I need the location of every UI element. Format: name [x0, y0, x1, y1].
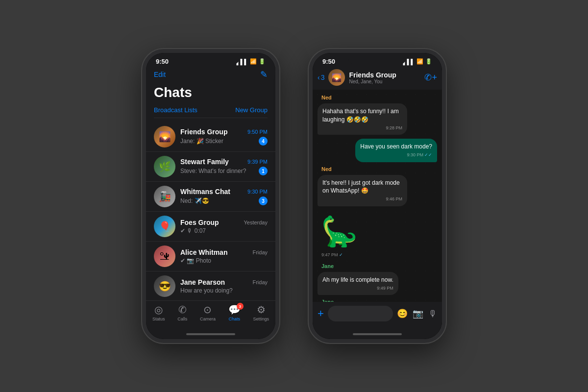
status-bar-right: 9:50 ▌▌▌ 📶 🔋: [313, 53, 442, 67]
chat-name-row-alice: Alice Whitman Friday: [180, 248, 268, 256]
chat-name-row-friends: Friends Group 9:50 PM: [180, 128, 268, 136]
group-members: Ned, Jane, You: [349, 79, 420, 84]
chat-name-row-foes: Foes Group Yesterday: [180, 219, 268, 226]
status-bar-left: 9:50 ▌▌▌ 📶 🔋: [146, 53, 275, 67]
back-chevron-icon: ‹: [318, 74, 320, 81]
chat-preview-row-jane: How are you doing?: [180, 287, 268, 294]
camera-button[interactable]: 📷: [413, 308, 423, 319]
chat-name-stewart: Stewart Family: [180, 158, 229, 166]
back-button[interactable]: ‹ 3: [318, 74, 324, 81]
chat-item-stewart-family[interactable]: 🌿 Stewart Family 9:39 PM Steve: What's f…: [146, 152, 275, 182]
time-text-sent-1: 9:30 PM: [407, 152, 423, 158]
chat-info-stewart: Stewart Family 9:39 PM Steve: What's for…: [180, 158, 268, 175]
sticker-time-dino: 9:47 PM ✓: [319, 252, 359, 257]
left-phone: 9:50 ▌▌▌ 📶 🔋 Edit ✎ Chats Broadcast List…: [142, 49, 279, 343]
home-indicator-right: [313, 329, 442, 339]
group-name: Friends Group: [349, 71, 420, 79]
chat-preview-foes: ✔ 🎙 0:07: [180, 227, 268, 234]
chat-item-friends-group[interactable]: 🌄 Friends Group 9:50 PM Jane: 🎉 Sticker …: [146, 122, 275, 152]
chat-preview-row-foes: ✔ 🎙 0:07: [180, 227, 268, 234]
sticker-dino: 🦕: [319, 212, 359, 251]
bubble-ned-2: It's here!! I just got dark mode on What…: [318, 175, 407, 206]
chats-screen: 9:50 ▌▌▌ 📶 🔋 Edit ✎ Chats Broadcast List…: [146, 53, 275, 339]
chat-preview-jane: How are you doing?: [180, 287, 268, 294]
chat-preview-whitmans: Ned: ✈️😎: [180, 197, 256, 204]
compose-button[interactable]: ✎: [260, 69, 268, 80]
avatar-foes-group: 🎈: [154, 216, 175, 237]
chat-time-foes: Yesterday: [244, 220, 268, 225]
sender-ned-label-2: Ned: [318, 166, 437, 172]
tab-camera[interactable]: ⊙ Camera: [200, 304, 216, 321]
chat-item-jane-pearson[interactable]: 😎 Jane Pearson Friday How are you doing?: [146, 271, 275, 300]
message-input-field[interactable]: [328, 306, 393, 321]
bubble-time-jane-1: 9:49 PM: [322, 285, 393, 292]
chat-name-row-whitmans: Whitmans Chat 9:30 PM: [180, 188, 268, 196]
sender-jane-label-1: Jane: [318, 263, 437, 269]
tab-calls-label: Calls: [177, 317, 187, 321]
home-indicator-left: [146, 329, 275, 339]
chat-list: 🌄 Friends Group 9:50 PM Jane: 🎉 Sticker …: [146, 122, 275, 300]
tab-chats-label: Chats: [229, 317, 241, 321]
settings-icon: ⚙: [257, 304, 266, 316]
tab-chats[interactable]: 💬 3 Chats: [228, 304, 241, 321]
chat-info-whitmans: Whitmans Chat 9:30 PM Ned: ✈️😎 3: [180, 188, 268, 205]
chat-preview-row-friends: Jane: 🎉 Sticker 4: [180, 137, 268, 146]
chat-preview-row-alice: ✔ 📷 Photo: [180, 257, 268, 264]
chat-name-alice: Alice Whitman: [180, 248, 227, 256]
time-text-jane-1: 9:49 PM: [377, 285, 393, 292]
message-text-sent-1: Have you seen dark mode?: [360, 143, 432, 150]
chat-name-foes: Foes Group: [180, 219, 219, 226]
add-attachment-button[interactable]: +: [318, 307, 324, 320]
chat-name-whitmans: Whitmans Chat: [180, 188, 230, 196]
sender-ned-label-1: Ned: [318, 95, 437, 100]
status-icons-left: ▌▌▌ 📶 🔋: [237, 58, 266, 65]
message-group-sent-1: Have you seen dark mode? 9:30 PM ✓✓: [318, 139, 437, 162]
new-group-button[interactable]: New Group: [235, 106, 268, 114]
chat-item-alice-whitman[interactable]: 🏜 Alice Whitman Friday ✔ 📷 Photo: [146, 242, 275, 271]
chat-item-whitmans[interactable]: 🚂 Whitmans Chat 9:30 PM Ned: ✈️😎 3: [146, 182, 275, 212]
chat-preview-row-stewart: Steve: What's for dinner? 1: [180, 167, 268, 175]
chat-nav-bar: ‹ 3 🌄 Friends Group Ned, Jane, You ✆+: [313, 67, 442, 90]
home-bar-left: [186, 333, 235, 335]
avatar-alice-whitman: 🏜: [154, 245, 175, 267]
chat-time-jane: Friday: [252, 279, 268, 285]
message-group-ned-1: Ned Hahaha that's so funny!! I am laughi…: [318, 95, 437, 135]
avatar-stewart-family: 🌿: [154, 156, 175, 177]
chat-header-text: Friends Group Ned, Jane, You: [349, 71, 420, 84]
chat-header-info: 🌄 Friends Group Ned, Jane, You: [328, 69, 420, 86]
chat-time-friends: 9:50 PM: [247, 129, 268, 135]
wifi-icon: 📶: [250, 58, 257, 65]
tab-bar: ◎ Status ✆ Calls ⊙ Camera 💬 3 Chats ⚙: [146, 300, 275, 329]
edit-button[interactable]: Edit: [154, 71, 166, 78]
chat-info-jane: Jane Pearson Friday How are you doing?: [180, 278, 268, 294]
chats-list-screen: Edit ✎ Chats Broadcast Lists New Group 🌄…: [146, 67, 275, 329]
chat-conversation: Ned Hahaha that's so funny!! I am laughi…: [313, 90, 442, 329]
tab-status-label: Status: [152, 317, 165, 321]
broadcast-row: Broadcast Lists New Group: [154, 104, 268, 118]
tab-calls[interactable]: ✆ Calls: [177, 304, 187, 321]
time-text-ned-1: 9:28 PM: [386, 125, 402, 131]
chat-item-foes-group[interactable]: 🎈 Foes Group Yesterday ✔ 🎙 0:07: [146, 212, 275, 242]
video-call-button[interactable]: ✆+: [424, 72, 437, 83]
message-group-jane-1: Jane Ah my life is complete now. 9:49 PM: [318, 263, 437, 295]
message-group-ned-sticker: 🦕 9:47 PM ✓: [318, 210, 437, 259]
chat-info-friends-group: Friends Group 9:50 PM Jane: 🎉 Sticker 4: [180, 128, 268, 146]
chat-time-stewart: 9:39 PM: [247, 159, 268, 165]
unread-badge-friends: 4: [259, 137, 268, 146]
sticker-picker-button[interactable]: 😊: [397, 308, 408, 319]
message-text-ned-1: Hahaha that's so funny!! I am laughing 🤣…: [322, 108, 399, 123]
chats-nav: Edit ✎: [154, 67, 268, 84]
tab-settings[interactable]: ⚙ Settings: [253, 304, 270, 321]
bubble-time-ned-2: 9:46 PM: [322, 196, 402, 202]
bubble-sent-1: Have you seen dark mode? 9:30 PM ✓✓: [355, 139, 437, 162]
battery-icon: 🔋: [259, 58, 266, 65]
tab-status[interactable]: ◎ Status: [152, 304, 165, 321]
chat-time-alice: Friday: [252, 249, 268, 255]
broadcast-lists-button[interactable]: Broadcast Lists: [154, 106, 197, 114]
time-text-ned-2: 9:46 PM: [386, 196, 402, 202]
avatar-jane-pearson: 😎: [154, 275, 175, 297]
status-icons-right: ▌▌▌ 📶 🔋: [403, 58, 432, 65]
voice-message-button[interactable]: 🎙: [428, 309, 437, 319]
chat-preview-friends: Jane: 🎉 Sticker: [180, 138, 256, 145]
chat-name-row-jane: Jane Pearson Friday: [180, 278, 268, 286]
